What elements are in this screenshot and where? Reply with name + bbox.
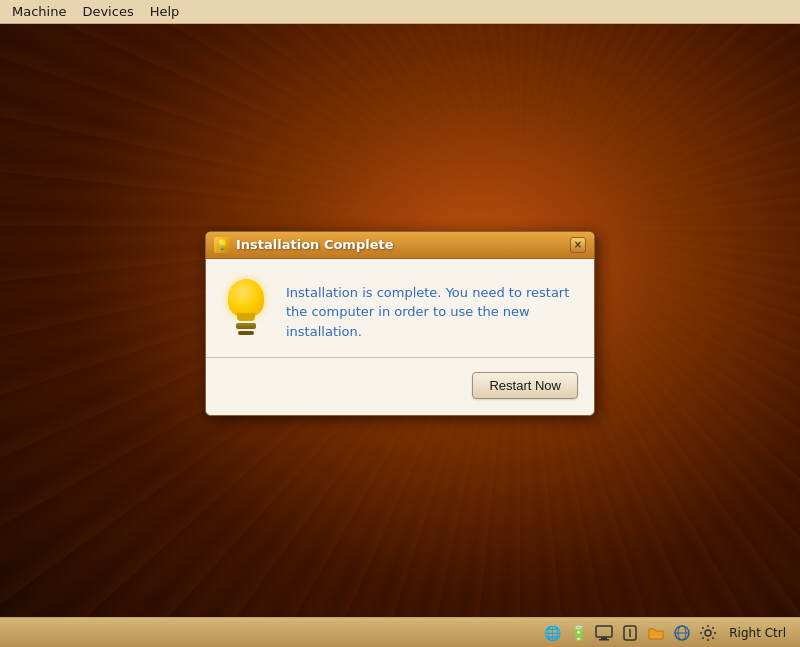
bulb-glow <box>228 279 264 317</box>
dialog-titlebar: 💡 Installation Complete × <box>206 232 594 259</box>
dialog-title-icon: 💡 <box>214 237 230 253</box>
lightbulb-icon <box>222 279 270 339</box>
desktop: Machine Devices Help 💡 Installation Comp… <box>0 0 800 647</box>
dialog-close-button[interactable]: × <box>570 237 586 253</box>
dialog-title-text: Installation Complete <box>236 237 394 252</box>
dialog-body: Installation is complete. You need to re… <box>206 259 594 416</box>
installation-complete-dialog: 💡 Installation Complete × Installation i… <box>205 231 595 417</box>
bulb-base2 <box>238 331 254 335</box>
dialog-title-left: 💡 Installation Complete <box>214 237 394 253</box>
dialog-message: Installation is complete. You need to re… <box>286 279 578 342</box>
bulb-base <box>236 323 256 329</box>
dialog-overlay: 💡 Installation Complete × Installation i… <box>0 0 800 647</box>
dialog-content-row: Installation is complete. You need to re… <box>222 279 578 342</box>
dialog-separator <box>206 357 594 358</box>
restart-now-button[interactable]: Restart Now <box>472 372 578 399</box>
dialog-button-row: Restart Now <box>222 372 578 399</box>
